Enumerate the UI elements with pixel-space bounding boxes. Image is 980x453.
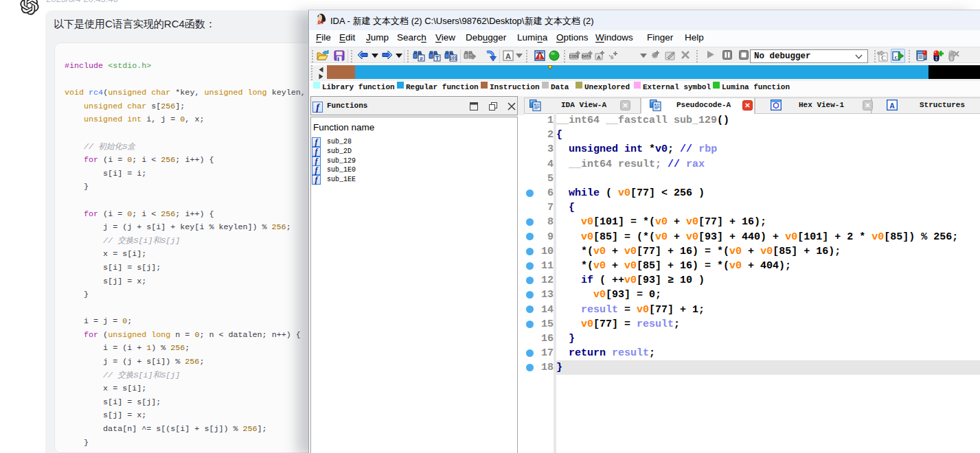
svg-text:A: A <box>597 54 601 60</box>
svg-text:c: c <box>895 54 898 60</box>
svg-text:A: A <box>889 102 895 110</box>
svg-text:101: 101 <box>450 56 457 60</box>
svg-text:T: T <box>435 55 440 62</box>
svg-text:#: # <box>420 56 423 62</box>
svg-text:'s: 's <box>608 54 613 60</box>
svg-text:64: 64 <box>318 19 324 25</box>
svg-text:A: A <box>505 52 511 60</box>
